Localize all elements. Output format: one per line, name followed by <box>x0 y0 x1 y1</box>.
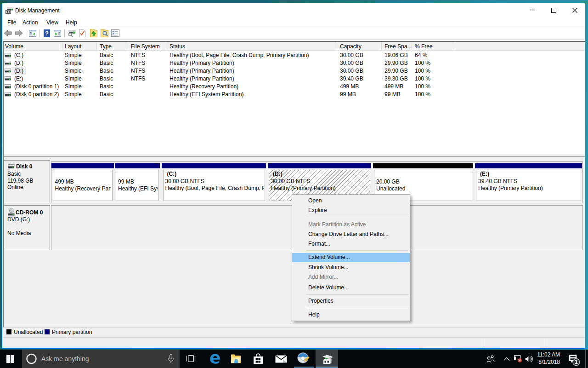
svg-text:?: ? <box>45 30 49 37</box>
svg-text:1: 1 <box>575 359 578 365</box>
